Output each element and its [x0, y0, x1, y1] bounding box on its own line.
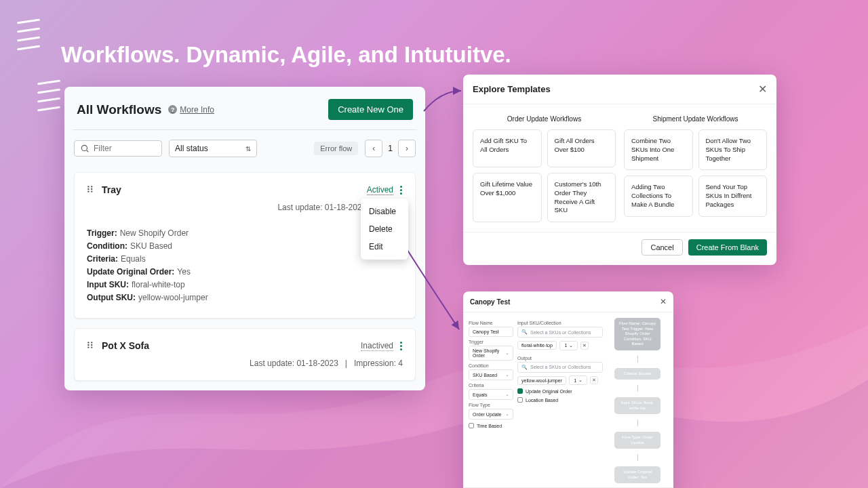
- status-badge: Inactived: [361, 341, 393, 351]
- time-based-checkbox[interactable]: Time Based: [469, 423, 513, 428]
- template-card[interactable]: Combine Two SKUs Into One Shipment: [624, 129, 693, 170]
- menu-delete[interactable]: Delete: [361, 220, 408, 238]
- templates-col-title: Shipment Update Workflows: [624, 115, 767, 123]
- templates-title: Explore Templates: [473, 84, 551, 94]
- hero-title: Workflows. Dynamic, Agile, and Intutuitv…: [61, 42, 511, 68]
- template-card[interactable]: Customer's 10th Order They Receive A Gif…: [547, 173, 616, 222]
- flow-node: Input SKUs: floral-white-top: [614, 397, 660, 414]
- svg-point-7: [91, 190, 92, 192]
- search-icon: 🔍: [521, 329, 528, 335]
- svg-line-1: [87, 150, 89, 152]
- filter-input[interactable]: [74, 140, 162, 157]
- workflows-title: All Workflows: [77, 102, 161, 117]
- criteria-select[interactable]: Equals⌄: [469, 389, 513, 400]
- chevron-updown-icon: ⇅: [245, 145, 251, 152]
- create-new-button[interactable]: Create New One: [328, 99, 413, 120]
- svg-point-8: [87, 342, 89, 343]
- input-sku-search[interactable]: 🔍Select a SKUs or Collections: [517, 327, 603, 338]
- create-from-blank-button[interactable]: Create From Blank: [688, 239, 767, 256]
- close-icon[interactable]: ✕: [660, 297, 667, 306]
- workflow-card: Pot X Sofa Inactived Last update: 01-18-…: [74, 328, 416, 381]
- workflow-menu-dropdown: Disable Delete Edit: [361, 199, 408, 260]
- impression: Impression: 4: [354, 359, 403, 368]
- templates-col-title: Order Update Workflows: [473, 115, 616, 123]
- templates-modal: Explore Templates ✕ Order Update Workflo…: [463, 75, 776, 265]
- condition-select[interactable]: SKU Based⌄: [469, 369, 513, 380]
- workflow-menu-button[interactable]: [400, 184, 403, 196]
- svg-point-0: [81, 145, 87, 150]
- status-badge: Actived: [367, 185, 393, 195]
- svg-point-13: [91, 346, 92, 348]
- svg-point-5: [91, 188, 92, 190]
- template-card[interactable]: Add Gift SKU To All Orders: [473, 129, 542, 167]
- drag-handle-icon[interactable]: [87, 340, 95, 352]
- drag-handle-icon[interactable]: [87, 184, 95, 196]
- close-icon[interactable]: ✕: [758, 83, 767, 96]
- workflow-name: Pot X Sofa: [102, 340, 149, 351]
- status-select[interactable]: All status⇅: [169, 140, 257, 157]
- update-order-checkbox[interactable]: Update Original Order: [517, 388, 603, 394]
- qty-stepper[interactable]: 1⌄: [569, 375, 587, 385]
- flow-node: Flow Name: Canopy Test Trigger: New Shop…: [614, 318, 660, 350]
- accent-lines: [17, 20, 40, 56]
- workflow-menu-button[interactable]: [400, 340, 403, 352]
- editor-title: Canopy Test: [470, 298, 510, 306]
- template-card[interactable]: Gift All Orders Over $100: [547, 129, 616, 167]
- menu-edit[interactable]: Edit: [361, 238, 408, 256]
- remove-chip-button[interactable]: ✕: [590, 376, 598, 384]
- template-card[interactable]: Send Your Top SKUs In Diffrent Packages: [698, 176, 768, 216]
- svg-point-2: [87, 186, 89, 187]
- template-card[interactable]: Don't Allow Two SKUs To Ship Together: [698, 129, 768, 170]
- workflows-panel: All Workflows ?More Info Create New One …: [64, 87, 425, 390]
- template-card[interactable]: Adding Two Collections To Make A Bundle: [624, 176, 693, 216]
- output-sku-search[interactable]: 🔍Select a SKUs or Collections: [517, 362, 603, 373]
- search-icon: 🔍: [521, 365, 528, 370]
- trigger-select[interactable]: New Shopify Order⌄: [469, 346, 513, 361]
- workflow-name: Tray: [102, 184, 121, 195]
- flow-name-input[interactable]: Canopy Test: [469, 327, 513, 337]
- prev-page-button[interactable]: ‹: [365, 140, 382, 157]
- svg-point-11: [91, 344, 92, 346]
- sku-chip: floral-white-top: [517, 341, 557, 350]
- svg-point-10: [87, 344, 89, 346]
- svg-point-4: [87, 188, 89, 190]
- editor-modal: Canopy Test ✕ Flow Name Canopy Test Trig…: [463, 291, 673, 488]
- menu-disable[interactable]: Disable: [361, 203, 408, 220]
- error-flow-button[interactable]: Error flow: [314, 142, 358, 155]
- svg-point-3: [91, 186, 92, 187]
- workflow-card: Tray Actived Last update: 01-18-2023 | I…: [74, 172, 416, 319]
- template-card[interactable]: Gift Lifetime Value Over $1,000: [473, 173, 542, 222]
- cancel-button[interactable]: Cancel: [642, 239, 682, 256]
- flow-node: Criteria: Equals: [614, 368, 660, 380]
- sku-chip: yellow-wool-jumper: [517, 376, 566, 385]
- more-info-link[interactable]: ?More Info: [168, 105, 214, 115]
- svg-point-6: [87, 190, 89, 192]
- flow-node: Flow Type: Order Update: [614, 432, 660, 449]
- svg-point-9: [91, 342, 92, 343]
- flow-type-select[interactable]: Order Update⌄: [469, 409, 513, 420]
- next-page-button[interactable]: ›: [398, 140, 416, 157]
- accent-lines-2: [37, 81, 60, 117]
- remove-chip-button[interactable]: ✕: [580, 342, 589, 350]
- flow-node: Update Original Order: Yes: [614, 466, 660, 483]
- svg-point-12: [87, 346, 89, 348]
- arrow-icon: [420, 84, 468, 125]
- search-icon: [80, 144, 90, 153]
- last-update: Last update: 01-18-2023: [250, 359, 338, 368]
- qty-stepper[interactable]: 1⌄: [559, 341, 578, 350]
- last-update: Last update: 01-18-2023: [277, 203, 366, 212]
- location-based-checkbox[interactable]: Location Based: [517, 397, 603, 403]
- page-number: 1: [387, 144, 394, 153]
- info-icon: ?: [168, 105, 177, 114]
